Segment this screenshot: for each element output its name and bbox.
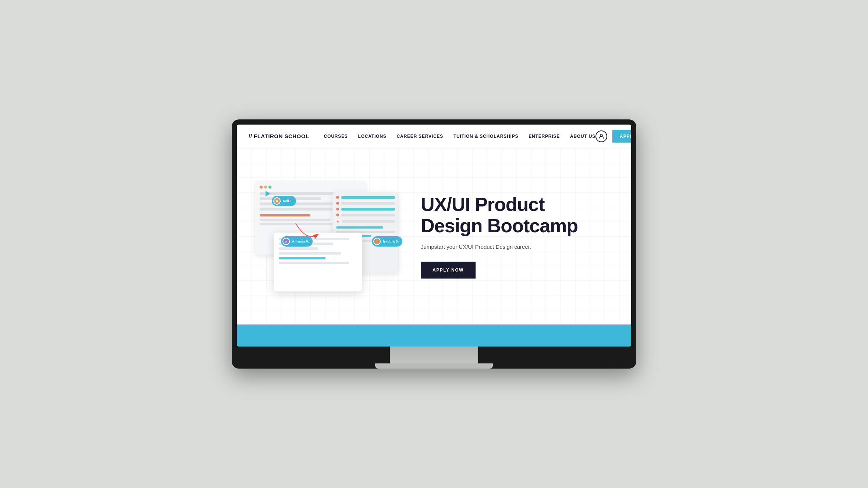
- nav-actions: APPLY NOW: [595, 130, 631, 143]
- user-badge-amanda: A Amanda V.: [281, 236, 313, 247]
- hero-illustration: ★: [252, 177, 406, 295]
- hero-content: UX/UI Product Design Bootcamp Jumpstart …: [406, 194, 602, 278]
- navbar: // FLATIRON SCHOOL COURSES LOCATIONS CAR…: [237, 125, 631, 148]
- logo[interactable]: // FLATIRON SCHOOL: [249, 133, 309, 139]
- hero-section: ★: [237, 148, 631, 324]
- apply-now-hero-button[interactable]: APPLY NOW: [421, 262, 476, 279]
- avatar-neil: N: [273, 197, 281, 205]
- avatar-isadora: I: [373, 238, 381, 245]
- nav-courses[interactable]: COURSES: [324, 134, 348, 139]
- monitor-frame: // FLATIRON SCHOOL COURSES LOCATIONS CAR…: [232, 119, 636, 369]
- nav-links: COURSES LOCATIONS CAREER SERVICES TUITIO…: [324, 134, 595, 139]
- nav-about-us[interactable]: ABOUT US: [570, 134, 595, 139]
- user-icon[interactable]: [595, 130, 607, 142]
- nav-career-services[interactable]: CAREER SERVICES: [396, 134, 443, 139]
- apply-now-nav-button[interactable]: APPLY NOW: [612, 130, 631, 143]
- hero-title: UX/UI Product Design Bootcamp: [421, 194, 602, 236]
- user-badge-neil: N Neil T.: [272, 196, 296, 206]
- bottom-blue-bar: [237, 324, 631, 347]
- user-badge-isadora: I Isadora S.: [372, 236, 402, 247]
- arrow-icon-1: [266, 191, 270, 197]
- nav-enterprise[interactable]: ENTERPRISE: [529, 134, 560, 139]
- avatar-amanda: A: [282, 238, 290, 245]
- nav-locations[interactable]: LOCATIONS: [358, 134, 387, 139]
- nav-tuition[interactable]: TUITION & SCHOLARSHIPS: [453, 134, 518, 139]
- hero-subtitle: Jumpstart your UX/UI Product Design care…: [421, 244, 602, 250]
- monitor-stand: [390, 347, 478, 369]
